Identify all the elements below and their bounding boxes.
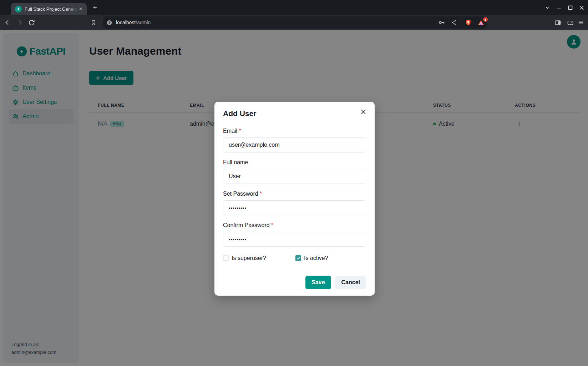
- tab-search-chevron-icon[interactable]: [542, 2, 553, 13]
- is-active-checkbox[interactable]: Is active?: [295, 255, 328, 261]
- confirm-password-field[interactable]: [223, 232, 366, 247]
- modal-footer: Save Cancel: [223, 276, 366, 289]
- add-user-form: Email* Full name Set Password* Confirm P…: [223, 127, 366, 289]
- url-text: localhost/admin: [116, 20, 151, 25]
- menu-icon[interactable]: [576, 17, 587, 28]
- brave-shield-icon[interactable]: [465, 19, 472, 26]
- page-content: FastAPI Dashboard Items User Settings: [0, 30, 588, 366]
- browser-window: Full Stack Project Genera ✕ +: [0, 0, 588, 366]
- tab-close-icon[interactable]: ✕: [77, 6, 84, 12]
- set-password-label: Set Password*: [223, 190, 366, 198]
- toolbar-divider: [461, 19, 461, 26]
- confirm-password-label: Confirm Password*: [223, 221, 366, 230]
- modal-title: Add User: [223, 109, 366, 118]
- is-superuser-checkbox[interactable]: Is superuser?: [223, 255, 295, 261]
- sidebar-panel-icon[interactable]: [552, 17, 563, 28]
- tab-title: Full Stack Project Genera: [25, 6, 77, 12]
- maximize-button[interactable]: [564, 2, 576, 13]
- required-marker: *: [271, 222, 273, 228]
- key-icon[interactable]: [438, 19, 445, 26]
- forward-button[interactable]: [14, 17, 25, 28]
- required-marker: *: [239, 128, 241, 134]
- fastapi-favicon-icon: [15, 6, 22, 12]
- checkmark-icon: [296, 256, 300, 260]
- save-button[interactable]: Save: [305, 276, 331, 289]
- is-superuser-label: Is superuser?: [232, 255, 266, 261]
- wallet-icon[interactable]: [564, 17, 576, 28]
- rewards-badge: 1: [483, 17, 488, 22]
- full-name-label: Full name: [223, 158, 366, 167]
- back-button[interactable]: [2, 17, 13, 28]
- share-icon[interactable]: [450, 19, 457, 26]
- cancel-button[interactable]: Cancel: [335, 276, 366, 289]
- url-path: /admin: [136, 20, 151, 25]
- modal-close-icon[interactable]: [359, 107, 368, 116]
- url-bar[interactable]: localhost/admin 1: [103, 16, 487, 29]
- url-host: localhost: [116, 20, 136, 25]
- checkbox-unchecked-icon[interactable]: [223, 255, 229, 261]
- email-label: Email*: [223, 127, 366, 135]
- checkbox-checked-icon[interactable]: [295, 255, 301, 261]
- is-active-label: Is active?: [304, 255, 328, 261]
- set-password-field[interactable]: [223, 200, 366, 215]
- add-user-modal: Add User Email* Full name Set Password*: [214, 102, 375, 296]
- bookmark-icon[interactable]: [88, 17, 99, 28]
- browser-tab[interactable]: Full Stack Project Genera ✕: [11, 3, 87, 15]
- tab-strip: Full Stack Project Genera ✕ +: [0, 0, 588, 15]
- close-window-button[interactable]: [576, 2, 587, 13]
- browser-toolbar: localhost/admin 1: [0, 15, 588, 30]
- full-name-field[interactable]: [223, 169, 366, 184]
- email-field[interactable]: [223, 137, 366, 152]
- new-tab-button[interactable]: +: [91, 3, 99, 12]
- minimize-button[interactable]: [553, 2, 564, 13]
- site-info-icon[interactable]: [106, 20, 112, 26]
- required-marker: *: [260, 191, 262, 197]
- checkbox-row: Is superuser? Is active?: [223, 254, 366, 262]
- reload-button[interactable]: [26, 17, 37, 28]
